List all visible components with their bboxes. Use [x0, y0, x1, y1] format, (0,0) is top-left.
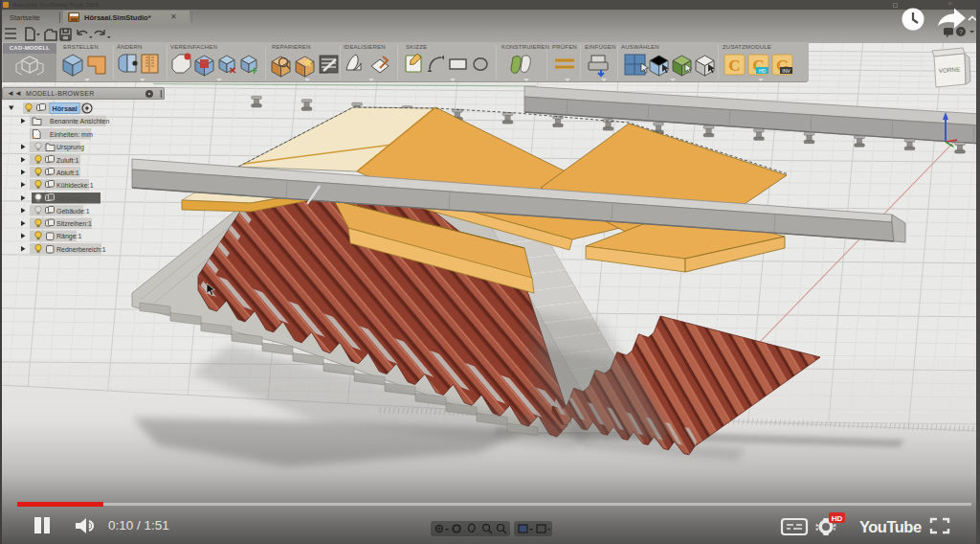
- svg-text:Heizung:1: Heizung:1: [56, 195, 87, 203]
- svg-text:Sitzreihen:1: Sitzreihen:1: [56, 220, 92, 227]
- svg-text:+: +: [484, 521, 487, 527]
- svg-text:Hörsaal: Hörsaal: [53, 104, 78, 113]
- svg-text:Abluft:1: Abluft:1: [56, 170, 79, 176]
- svg-text:✕: ✕: [229, 65, 236, 76]
- svg-text:YouTube: YouTube: [859, 518, 922, 535]
- svg-text:Ursprung: Ursprung: [56, 144, 84, 151]
- svg-text:HD: HD: [832, 514, 843, 523]
- svg-text:Ränge:1: Ränge:1: [56, 233, 82, 240]
- svg-text:Zuluft:1: Zuluft:1: [56, 157, 78, 164]
- svg-text:Kühldecke:1: Kühldecke:1: [56, 182, 94, 189]
- svg-text:?: ?: [959, 29, 963, 35]
- svg-text:C: C: [728, 57, 740, 75]
- svg-text:Rednerbereich:1: Rednerbereich:1: [56, 246, 106, 253]
- svg-text:+: +: [251, 64, 257, 78]
- svg-text:HD: HD: [759, 68, 767, 74]
- svg-text:Gebäude:1: Gebäude:1: [56, 208, 90, 215]
- svg-text:Einheiten: mm: Einheiten: mm: [50, 131, 93, 138]
- svg-text:Benannte Ansichten: Benannte Ansichten: [50, 118, 109, 125]
- svg-text:INV: INV: [782, 68, 791, 74]
